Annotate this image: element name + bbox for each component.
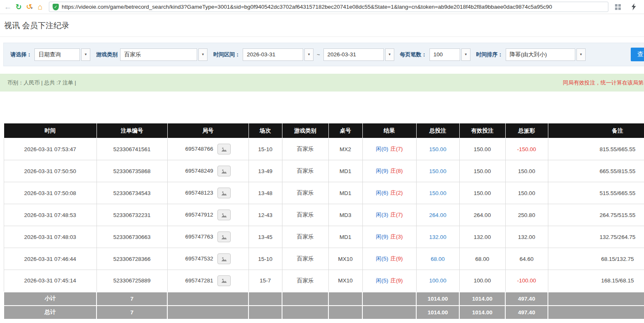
grand-total-row: 总计 7 1014.00 1014.00 497.40 [4, 306, 644, 319]
sort-select[interactable]: 降幂(由大到小) ▼ [506, 48, 586, 61]
note-cell: 815.55/665.55 [548, 138, 644, 160]
result-cell: 闲(9)庄(8) [362, 160, 416, 182]
game-type-select[interactable]: 百家乐 ▼ [120, 48, 207, 61]
time-cell: 2026-03-31 07:50:08 [4, 182, 96, 204]
chevron-down-icon[interactable]: ▼ [304, 48, 314, 61]
video-replay-button[interactable] [217, 275, 231, 286]
media-icon [221, 147, 227, 152]
player-result: 闲(6) [376, 190, 388, 196]
round-number: 695748766 [185, 146, 213, 152]
payout-cell: 150.00 [505, 160, 548, 182]
total-bet-cell[interactable]: 68.00 [416, 248, 459, 270]
chevron-down-icon[interactable]: ▼ [576, 48, 586, 61]
round-number: 695748249 [185, 168, 213, 174]
result-cell: 闲(9)庄(3) [362, 226, 416, 248]
grand-total-payout: 497.40 [505, 306, 548, 319]
refresh-button[interactable]: ↻ [13, 2, 24, 12]
browser-tool-icons [613, 2, 639, 12]
col-header-session: 场次 [248, 123, 282, 138]
apps-grid-icon[interactable] [613, 2, 623, 12]
note-cell: 132.75/264.75 [548, 226, 644, 248]
url-text[interactable]: https://videoie.com/game/betrecord_searc… [62, 4, 552, 10]
total-bet-cell[interactable]: 150.00 [416, 138, 459, 160]
query-type-value[interactable]: 日期查询 [34, 48, 80, 61]
media-icon [221, 234, 227, 240]
date-from-value[interactable]: 2026-03-31 [243, 48, 303, 61]
time-cell: 2026-03-31 07:50:50 [4, 160, 96, 182]
sort-value[interactable]: 降幂(由大到小) [506, 48, 575, 61]
summary-notice: 同局有效投注，统一计算在该局第一笔 [563, 79, 644, 87]
filter-panel: 请选择： 日期查询 ▼ 游戏类别 百家乐 ▼ 时间区间： 2026-03-31 … [3, 43, 644, 66]
chevron-down-icon[interactable]: ▼ [461, 48, 470, 61]
address-bar[interactable]: ✓ https://videoie.com/game/betrecord_sea… [49, 2, 608, 12]
table-no-cell: MD1 [328, 226, 362, 248]
round-cell: 695748766 [167, 138, 248, 160]
chevron-down-icon[interactable]: ▼ [81, 48, 90, 61]
bet-id-cell: 523306728366 [96, 248, 167, 270]
result-cell: 闲(0)庄(7) [362, 138, 416, 160]
round-cell: 695747281 [167, 270, 248, 292]
game-cell: 百家乐 [282, 204, 328, 226]
game-cell: 百家乐 [282, 248, 328, 270]
col-header-result: 结果 [362, 123, 416, 138]
grand-total-label: 总计 [4, 306, 96, 319]
back-button[interactable]: ← [2, 2, 13, 12]
time-cell: 2026-03-31 07:48:03 [4, 226, 96, 248]
chevron-down-icon[interactable]: ▼ [385, 48, 394, 61]
video-replay-button[interactable] [217, 210, 231, 220]
bet-id-cell: 523306725889 [96, 270, 167, 292]
payout-cell: 64.60 [505, 248, 548, 270]
page-size-label: 每页笔数： [400, 51, 427, 58]
valid-bet-cell: 132.00 [459, 226, 505, 248]
round-cell: 695747912 [167, 204, 248, 226]
valid-bet-cell: 264.00 [459, 204, 505, 226]
table-row: 2026-03-31 07:46:44 523306728366 6957475… [4, 248, 644, 270]
subtotal-total-bet: 1014.00 [416, 292, 459, 306]
search-button[interactable]: 查询 [631, 48, 644, 61]
banker-result: 庄(9) [391, 256, 403, 262]
result-cell: 闲(5)庄(9) [362, 270, 416, 292]
player-result: 闲(9) [376, 234, 388, 240]
date-to-picker[interactable]: 2026-03-31 ▼ [323, 48, 394, 61]
undo-button[interactable]: ↺ ▾ [24, 2, 35, 12]
home-icon: ⌂ [38, 2, 42, 12]
video-replay-button[interactable] [217, 188, 231, 198]
subtotal-valid-bet: 1014.00 [459, 292, 505, 306]
valid-bet-cell: 150.00 [459, 160, 505, 182]
page-size-value[interactable]: 100 [429, 48, 460, 61]
undo-dropdown-icon: ▾ [31, 6, 33, 12]
valid-bet-cell: 100.00 [459, 270, 505, 292]
date-to-value[interactable]: 2026-03-31 [323, 48, 384, 61]
player-result: 闲(0) [376, 146, 388, 152]
game-type-value[interactable]: 百家乐 [120, 48, 197, 61]
bet-id-cell: 523306741561 [96, 138, 167, 160]
lightning-icon[interactable] [628, 2, 639, 12]
subtotal-count: 7 [96, 292, 167, 306]
time-cell: 2026-03-31 07:45:14 [4, 270, 96, 292]
home-button[interactable]: ⌂ [35, 2, 46, 12]
chevron-down-icon[interactable]: ▼ [198, 48, 207, 61]
video-replay-button[interactable] [217, 144, 231, 154]
total-bet-cell[interactable]: 150.00 [416, 160, 459, 182]
page-size-select[interactable]: 100 ▼ [429, 48, 470, 61]
col-header-game: 游戏类别 [282, 123, 328, 138]
total-bet-cell[interactable]: 264.00 [416, 204, 459, 226]
table-row: 2026-03-31 07:50:08 523306734543 6957481… [4, 182, 644, 204]
media-icon [221, 169, 227, 174]
date-from-picker[interactable]: 2026-03-31 ▼ [243, 48, 314, 61]
game-cell: 百家乐 [282, 270, 328, 292]
query-type-select[interactable]: 日期查询 ▼ [34, 48, 90, 61]
total-bet-cell[interactable]: 132.00 [416, 226, 459, 248]
game-cell: 百家乐 [282, 182, 328, 204]
table-row: 2026-03-31 07:53:47 523306741561 6957487… [4, 138, 644, 160]
col-header-bet-id: 注单编号 [96, 123, 167, 138]
banker-result: 庄(2) [391, 190, 403, 196]
table-header-row: 时间 注单编号 局号 场次 游戏类别 桌号 结果 总投注 有效投注 总派彩 备注 [4, 123, 644, 138]
video-replay-button[interactable] [217, 253, 231, 264]
total-bet-cell[interactable]: 150.00 [416, 182, 459, 204]
video-replay-button[interactable] [217, 166, 231, 176]
round-cell: 695747532 [167, 248, 248, 270]
note-cell: 515.55/665.55 [548, 182, 644, 204]
video-replay-button[interactable] [217, 231, 231, 242]
total-bet-cell[interactable]: 100.00 [416, 270, 459, 292]
